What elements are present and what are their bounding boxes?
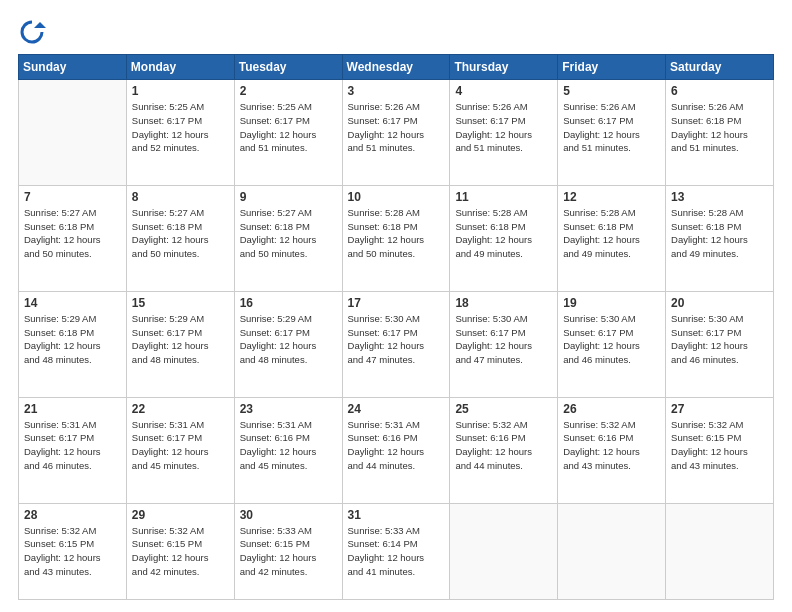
day-info: Sunrise: 5:29 AM Sunset: 6:17 PM Dayligh… bbox=[132, 312, 229, 367]
week-row-1: 1Sunrise: 5:25 AM Sunset: 6:17 PM Daylig… bbox=[19, 80, 774, 186]
day-number: 2 bbox=[240, 84, 337, 98]
day-number: 7 bbox=[24, 190, 121, 204]
day-number: 4 bbox=[455, 84, 552, 98]
day-cell: 14Sunrise: 5:29 AM Sunset: 6:18 PM Dayli… bbox=[19, 291, 127, 397]
day-cell: 10Sunrise: 5:28 AM Sunset: 6:18 PM Dayli… bbox=[342, 185, 450, 291]
day-info: Sunrise: 5:28 AM Sunset: 6:18 PM Dayligh… bbox=[348, 206, 445, 261]
day-cell: 24Sunrise: 5:31 AM Sunset: 6:16 PM Dayli… bbox=[342, 397, 450, 503]
col-header-thursday: Thursday bbox=[450, 55, 558, 80]
day-info: Sunrise: 5:32 AM Sunset: 6:15 PM Dayligh… bbox=[24, 524, 121, 579]
day-info: Sunrise: 5:33 AM Sunset: 6:15 PM Dayligh… bbox=[240, 524, 337, 579]
day-cell: 23Sunrise: 5:31 AM Sunset: 6:16 PM Dayli… bbox=[234, 397, 342, 503]
day-cell: 5Sunrise: 5:26 AM Sunset: 6:17 PM Daylig… bbox=[558, 80, 666, 186]
col-header-friday: Friday bbox=[558, 55, 666, 80]
day-info: Sunrise: 5:28 AM Sunset: 6:18 PM Dayligh… bbox=[671, 206, 768, 261]
calendar-header: SundayMondayTuesdayWednesdayThursdayFrid… bbox=[19, 55, 774, 80]
day-cell: 25Sunrise: 5:32 AM Sunset: 6:16 PM Dayli… bbox=[450, 397, 558, 503]
day-cell: 7Sunrise: 5:27 AM Sunset: 6:18 PM Daylig… bbox=[19, 185, 127, 291]
day-info: Sunrise: 5:25 AM Sunset: 6:17 PM Dayligh… bbox=[240, 100, 337, 155]
week-row-3: 14Sunrise: 5:29 AM Sunset: 6:18 PM Dayli… bbox=[19, 291, 774, 397]
day-cell bbox=[19, 80, 127, 186]
day-info: Sunrise: 5:25 AM Sunset: 6:17 PM Dayligh… bbox=[132, 100, 229, 155]
day-info: Sunrise: 5:30 AM Sunset: 6:17 PM Dayligh… bbox=[563, 312, 660, 367]
day-cell: 3Sunrise: 5:26 AM Sunset: 6:17 PM Daylig… bbox=[342, 80, 450, 186]
day-info: Sunrise: 5:30 AM Sunset: 6:17 PM Dayligh… bbox=[671, 312, 768, 367]
day-number: 31 bbox=[348, 508, 445, 522]
day-number: 25 bbox=[455, 402, 552, 416]
day-info: Sunrise: 5:30 AM Sunset: 6:17 PM Dayligh… bbox=[348, 312, 445, 367]
day-info: Sunrise: 5:28 AM Sunset: 6:18 PM Dayligh… bbox=[563, 206, 660, 261]
day-info: Sunrise: 5:33 AM Sunset: 6:14 PM Dayligh… bbox=[348, 524, 445, 579]
day-cell: 30Sunrise: 5:33 AM Sunset: 6:15 PM Dayli… bbox=[234, 503, 342, 599]
day-info: Sunrise: 5:26 AM Sunset: 6:17 PM Dayligh… bbox=[563, 100, 660, 155]
day-cell: 16Sunrise: 5:29 AM Sunset: 6:17 PM Dayli… bbox=[234, 291, 342, 397]
day-number: 5 bbox=[563, 84, 660, 98]
day-info: Sunrise: 5:32 AM Sunset: 6:16 PM Dayligh… bbox=[455, 418, 552, 473]
day-cell: 18Sunrise: 5:30 AM Sunset: 6:17 PM Dayli… bbox=[450, 291, 558, 397]
day-cell: 11Sunrise: 5:28 AM Sunset: 6:18 PM Dayli… bbox=[450, 185, 558, 291]
day-number: 9 bbox=[240, 190, 337, 204]
day-info: Sunrise: 5:31 AM Sunset: 6:16 PM Dayligh… bbox=[348, 418, 445, 473]
col-header-monday: Monday bbox=[126, 55, 234, 80]
day-info: Sunrise: 5:29 AM Sunset: 6:17 PM Dayligh… bbox=[240, 312, 337, 367]
day-info: Sunrise: 5:26 AM Sunset: 6:17 PM Dayligh… bbox=[348, 100, 445, 155]
col-header-saturday: Saturday bbox=[666, 55, 774, 80]
day-number: 1 bbox=[132, 84, 229, 98]
day-cell: 17Sunrise: 5:30 AM Sunset: 6:17 PM Dayli… bbox=[342, 291, 450, 397]
day-info: Sunrise: 5:31 AM Sunset: 6:17 PM Dayligh… bbox=[24, 418, 121, 473]
header-row: SundayMondayTuesdayWednesdayThursdayFrid… bbox=[19, 55, 774, 80]
day-number: 28 bbox=[24, 508, 121, 522]
day-number: 26 bbox=[563, 402, 660, 416]
day-cell: 8Sunrise: 5:27 AM Sunset: 6:18 PM Daylig… bbox=[126, 185, 234, 291]
day-number: 13 bbox=[671, 190, 768, 204]
day-info: Sunrise: 5:32 AM Sunset: 6:15 PM Dayligh… bbox=[132, 524, 229, 579]
day-number: 16 bbox=[240, 296, 337, 310]
day-number: 17 bbox=[348, 296, 445, 310]
day-info: Sunrise: 5:32 AM Sunset: 6:15 PM Dayligh… bbox=[671, 418, 768, 473]
calendar-table: SundayMondayTuesdayWednesdayThursdayFrid… bbox=[18, 54, 774, 600]
week-row-2: 7Sunrise: 5:27 AM Sunset: 6:18 PM Daylig… bbox=[19, 185, 774, 291]
day-info: Sunrise: 5:27 AM Sunset: 6:18 PM Dayligh… bbox=[24, 206, 121, 261]
day-info: Sunrise: 5:26 AM Sunset: 6:17 PM Dayligh… bbox=[455, 100, 552, 155]
day-cell bbox=[450, 503, 558, 599]
col-header-wednesday: Wednesday bbox=[342, 55, 450, 80]
day-cell: 29Sunrise: 5:32 AM Sunset: 6:15 PM Dayli… bbox=[126, 503, 234, 599]
week-row-5: 28Sunrise: 5:32 AM Sunset: 6:15 PM Dayli… bbox=[19, 503, 774, 599]
header bbox=[18, 18, 774, 46]
day-number: 29 bbox=[132, 508, 229, 522]
day-info: Sunrise: 5:30 AM Sunset: 6:17 PM Dayligh… bbox=[455, 312, 552, 367]
day-cell: 21Sunrise: 5:31 AM Sunset: 6:17 PM Dayli… bbox=[19, 397, 127, 503]
day-info: Sunrise: 5:31 AM Sunset: 6:16 PM Dayligh… bbox=[240, 418, 337, 473]
day-info: Sunrise: 5:32 AM Sunset: 6:16 PM Dayligh… bbox=[563, 418, 660, 473]
day-number: 24 bbox=[348, 402, 445, 416]
day-cell: 15Sunrise: 5:29 AM Sunset: 6:17 PM Dayli… bbox=[126, 291, 234, 397]
day-number: 15 bbox=[132, 296, 229, 310]
day-number: 27 bbox=[671, 402, 768, 416]
day-info: Sunrise: 5:27 AM Sunset: 6:18 PM Dayligh… bbox=[132, 206, 229, 261]
day-cell: 20Sunrise: 5:30 AM Sunset: 6:17 PM Dayli… bbox=[666, 291, 774, 397]
day-cell: 4Sunrise: 5:26 AM Sunset: 6:17 PM Daylig… bbox=[450, 80, 558, 186]
week-row-4: 21Sunrise: 5:31 AM Sunset: 6:17 PM Dayli… bbox=[19, 397, 774, 503]
day-cell: 31Sunrise: 5:33 AM Sunset: 6:14 PM Dayli… bbox=[342, 503, 450, 599]
page: SundayMondayTuesdayWednesdayThursdayFrid… bbox=[0, 0, 792, 612]
col-header-tuesday: Tuesday bbox=[234, 55, 342, 80]
day-number: 18 bbox=[455, 296, 552, 310]
logo-icon bbox=[18, 18, 46, 46]
day-number: 19 bbox=[563, 296, 660, 310]
day-number: 22 bbox=[132, 402, 229, 416]
day-cell bbox=[558, 503, 666, 599]
day-info: Sunrise: 5:26 AM Sunset: 6:18 PM Dayligh… bbox=[671, 100, 768, 155]
day-number: 12 bbox=[563, 190, 660, 204]
day-cell: 2Sunrise: 5:25 AM Sunset: 6:17 PM Daylig… bbox=[234, 80, 342, 186]
day-info: Sunrise: 5:31 AM Sunset: 6:17 PM Dayligh… bbox=[132, 418, 229, 473]
day-number: 30 bbox=[240, 508, 337, 522]
day-number: 3 bbox=[348, 84, 445, 98]
day-cell: 9Sunrise: 5:27 AM Sunset: 6:18 PM Daylig… bbox=[234, 185, 342, 291]
day-number: 20 bbox=[671, 296, 768, 310]
day-cell: 19Sunrise: 5:30 AM Sunset: 6:17 PM Dayli… bbox=[558, 291, 666, 397]
day-number: 14 bbox=[24, 296, 121, 310]
col-header-sunday: Sunday bbox=[19, 55, 127, 80]
calendar-body: 1Sunrise: 5:25 AM Sunset: 6:17 PM Daylig… bbox=[19, 80, 774, 600]
day-cell: 28Sunrise: 5:32 AM Sunset: 6:15 PM Dayli… bbox=[19, 503, 127, 599]
day-cell: 13Sunrise: 5:28 AM Sunset: 6:18 PM Dayli… bbox=[666, 185, 774, 291]
